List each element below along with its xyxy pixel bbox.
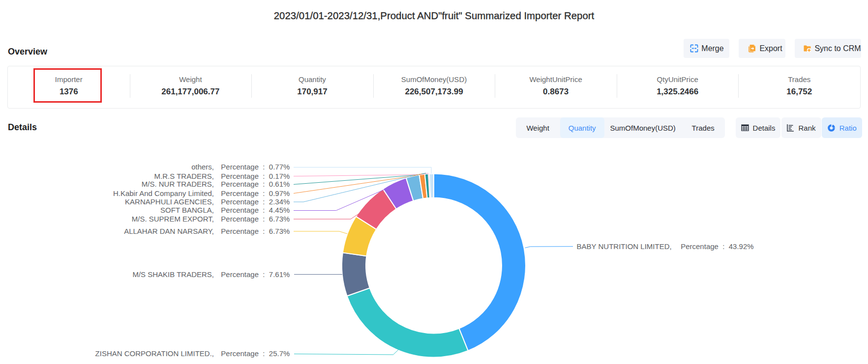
svg-text:Percentage : 0.77%: Percentage : 0.77%	[221, 163, 290, 171]
svg-text:ZISHAN CORPORATION LIMITED.,: ZISHAN CORPORATION LIMITED.,	[95, 349, 214, 358]
svg-text:Percentage : 25.7%: Percentage : 25.7%	[221, 349, 290, 358]
svg-text:H.Kabir And Company Limited,: H.Kabir And Company Limited,	[113, 189, 214, 197]
svg-text:Percentage : 6.73%: Percentage : 6.73%	[221, 227, 290, 235]
svg-text:M/S. SUPREM EXPORT,: M/S. SUPREM EXPORT,	[132, 215, 214, 223]
svg-text:Percentage : 0.97%: Percentage : 0.97%	[221, 189, 290, 197]
svg-text:Percentage : 0.17%: Percentage : 0.17%	[221, 172, 290, 180]
svg-text:others,: others,	[191, 163, 214, 171]
svg-text:Percentage : 7.61%: Percentage : 7.61%	[221, 270, 290, 279]
svg-text:Percentage : 6.73%: Percentage : 6.73%	[221, 215, 290, 223]
svg-text:Percentage : 2.34%: Percentage : 2.34%	[221, 197, 290, 206]
svg-text:Percentage : 43.92%: Percentage : 43.92%	[681, 242, 753, 251]
svg-text:BABY NUTRITION LIMITED,: BABY NUTRITION LIMITED,	[577, 242, 672, 251]
svg-text:Percentage : 0.61%: Percentage : 0.61%	[221, 180, 290, 188]
svg-text:SOFT BANGLA,: SOFT BANGLA,	[160, 206, 214, 214]
svg-text:KARNAPHULI AGENCIES,: KARNAPHULI AGENCIES,	[125, 197, 214, 206]
svg-text:Percentage : 4.45%: Percentage : 4.45%	[221, 206, 290, 214]
svg-text:M.R.S TRADERS,: M.R.S TRADERS,	[154, 172, 214, 180]
svg-text:ALLAHAR DAN NARSARY,: ALLAHAR DAN NARSARY,	[124, 227, 214, 235]
svg-text:M/S. NUR TRADERS,: M/S. NUR TRADERS,	[142, 180, 214, 188]
svg-text:M/S SHAKIB TRADERS,: M/S SHAKIB TRADERS,	[132, 270, 214, 279]
